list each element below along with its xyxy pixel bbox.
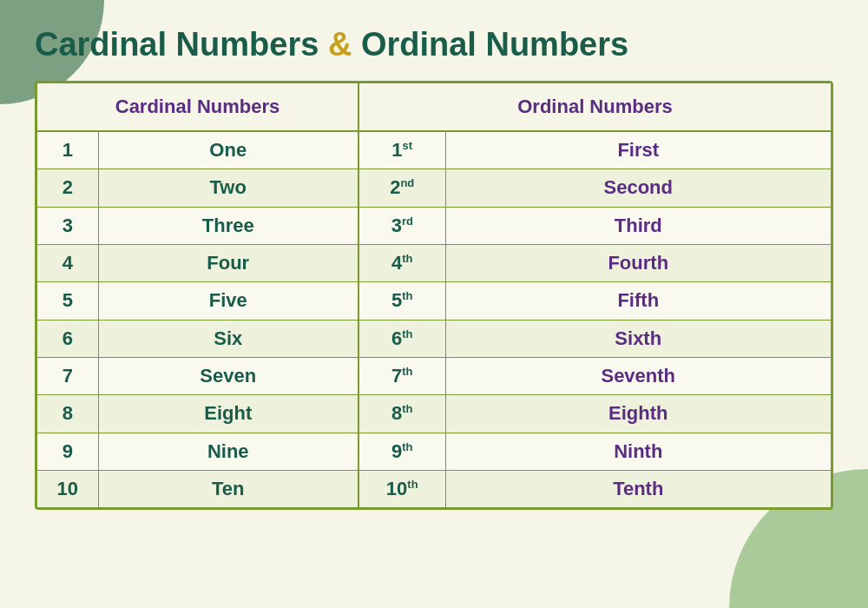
ordinal-suffix: st: [403, 139, 413, 152]
ordinal-word: Ninth: [445, 433, 831, 470]
page-title: Cardinal Numbers & Ordinal Numbers: [35, 26, 833, 63]
ordinal-number: 9th: [358, 433, 445, 470]
ordinal-number: 6th: [358, 320, 445, 357]
cardinal-word: Five: [98, 282, 358, 320]
cardinal-word: Two: [98, 169, 358, 207]
ordinal-suffix: th: [402, 365, 412, 378]
ordinal-word: Fourth: [445, 244, 831, 281]
ordinal-number: 10th: [358, 470, 445, 507]
ordinal-word: Fifth: [445, 282, 831, 320]
cardinal-number: 1: [37, 131, 98, 169]
table-row: 10 Ten 10th Tenth: [37, 470, 831, 507]
cardinal-number: 8: [37, 395, 98, 433]
ordinal-word: Second: [445, 169, 831, 207]
cardinal-number: 3: [37, 207, 98, 244]
numbers-table-container: Cardinal Numbers Ordinal Numbers 1 One 1…: [35, 81, 833, 510]
cardinal-word: Ten: [98, 470, 358, 507]
cardinal-number: 9: [37, 433, 98, 470]
ordinal-suffix: nd: [400, 176, 414, 189]
cardinal-word: Eight: [98, 395, 358, 433]
cardinal-numbers-header: Cardinal Numbers: [37, 83, 358, 131]
cardinal-word: One: [98, 131, 358, 169]
ordinal-suffix: th: [402, 252, 412, 265]
table-row: 5 Five 5th Fifth: [37, 282, 831, 320]
ordinal-number: 8th: [358, 395, 445, 433]
table-row: 8 Eight 8th Eighth: [37, 395, 831, 433]
ordinal-suffix: th: [407, 478, 418, 491]
ordinal-numbers-header: Ordinal Numbers: [358, 83, 831, 131]
table-row: 6 Six 6th Sixth: [37, 320, 831, 357]
ordinal-number: 7th: [358, 357, 445, 394]
table-row: 7 Seven 7th Seventh: [37, 357, 831, 394]
page-content: Cardinal Numbers & Ordinal Numbers Cardi…: [0, 0, 868, 527]
ordinal-number: 4th: [358, 244, 445, 281]
ordinal-word: First: [445, 131, 831, 169]
cardinal-number: 5: [37, 282, 98, 320]
ordinal-suffix: th: [402, 289, 412, 302]
cardinal-word: Three: [98, 207, 358, 244]
cardinal-word: Seven: [98, 357, 358, 394]
title-ordinal: Ordinal Numbers: [361, 26, 628, 63]
ordinal-number: 3rd: [358, 207, 445, 244]
numbers-table: Cardinal Numbers Ordinal Numbers 1 One 1…: [37, 83, 831, 507]
ordinal-word: Third: [445, 207, 831, 244]
table-row: 3 Three 3rd Third: [37, 207, 831, 244]
ordinal-number: 1st: [358, 131, 445, 169]
ordinal-suffix: th: [402, 327, 412, 340]
title-ampersand: &: [328, 26, 352, 63]
table-row: 4 Four 4th Fourth: [37, 244, 831, 281]
table-body: 1 One 1st First 2 Two 2nd Second 3 Three…: [37, 131, 831, 507]
cardinal-number: 4: [37, 244, 98, 281]
cardinal-number: 6: [37, 320, 98, 357]
ordinal-suffix: th: [402, 440, 412, 453]
ordinal-number: 5th: [358, 282, 445, 320]
cardinal-word: Six: [98, 320, 358, 357]
ordinal-word: Sixth: [445, 320, 831, 357]
table-row: 1 One 1st First: [37, 131, 831, 169]
cardinal-number: 10: [37, 470, 98, 507]
cardinal-word: Four: [98, 244, 358, 281]
table-row: 2 Two 2nd Second: [37, 169, 831, 207]
ordinal-word: Tenth: [445, 470, 831, 507]
cardinal-word: Nine: [98, 433, 358, 470]
ordinal-suffix: th: [402, 402, 412, 415]
cardinal-number: 2: [37, 169, 98, 207]
ordinal-word: Seventh: [445, 357, 831, 394]
title-cardinal: Cardinal Numbers: [35, 26, 319, 63]
ordinal-number: 2nd: [358, 169, 445, 207]
ordinal-suffix: rd: [402, 215, 413, 228]
ordinal-word: Eighth: [445, 395, 831, 433]
table-header-row: Cardinal Numbers Ordinal Numbers: [37, 83, 831, 131]
table-row: 9 Nine 9th Ninth: [37, 433, 831, 470]
cardinal-number: 7: [37, 357, 98, 394]
